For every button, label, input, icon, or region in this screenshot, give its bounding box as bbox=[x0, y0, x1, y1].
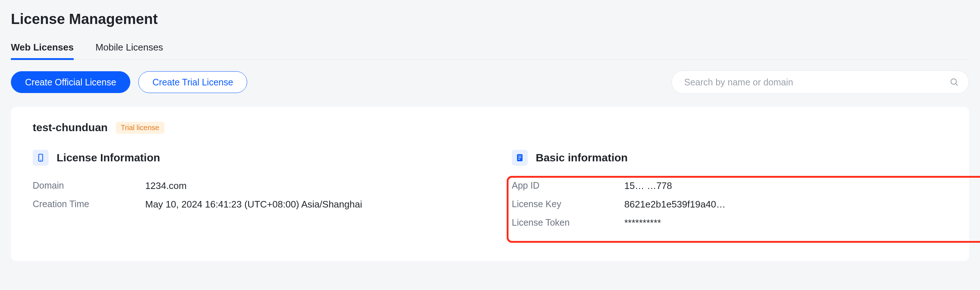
appid-label: App ID bbox=[512, 180, 624, 192]
card-header: test-chunduan Trial license bbox=[33, 122, 947, 134]
search-input[interactable] bbox=[671, 70, 969, 94]
svg-rect-6 bbox=[518, 157, 522, 158]
document-icon bbox=[512, 150, 528, 166]
license-key-value: 8621e2b1e539f19a40… bbox=[624, 199, 725, 210]
creation-time-label: Creation Time bbox=[33, 199, 145, 210]
license-name: test-chunduan bbox=[33, 122, 108, 134]
creation-time-value: May 10, 2024 16:41:23 (UTC+08:00) Asia/S… bbox=[145, 199, 362, 210]
appid-value: 15… …778 bbox=[624, 180, 672, 192]
svg-line-1 bbox=[956, 83, 958, 85]
search-wrap bbox=[671, 70, 969, 94]
license-info-heading: License Information bbox=[57, 152, 160, 164]
appid-row: App ID 15… …778 bbox=[512, 176, 947, 195]
search-icon bbox=[949, 77, 960, 88]
license-key-row: License Key 8621e2b1e539f19a40… bbox=[512, 195, 947, 214]
card-columns: License Information Domain 1234.com Crea… bbox=[33, 150, 947, 232]
toolbar: Create Official License Create Trial Lic… bbox=[11, 70, 969, 94]
device-icon bbox=[33, 150, 49, 166]
basic-info-head: Basic information bbox=[512, 150, 947, 166]
license-token-value: ********** bbox=[624, 217, 661, 229]
page-title: License Management bbox=[11, 11, 969, 27]
domain-value: 1234.com bbox=[145, 180, 186, 192]
create-trial-license-button[interactable]: Create Trial License bbox=[138, 71, 247, 93]
page-root: License Management Web Licenses Mobile L… bbox=[0, 0, 980, 261]
license-info-column: License Information Domain 1234.com Crea… bbox=[33, 150, 512, 214]
creation-time-row: Creation Time May 10, 2024 16:41:23 (UTC… bbox=[33, 195, 468, 214]
tabs: Web Licenses Mobile Licenses bbox=[11, 42, 969, 59]
toolbar-left: Create Official License Create Trial Lic… bbox=[11, 71, 247, 93]
license-key-label: License Key bbox=[512, 199, 624, 210]
svg-rect-5 bbox=[518, 156, 522, 157]
domain-label: Domain bbox=[33, 180, 145, 192]
license-info-head: License Information bbox=[33, 150, 468, 166]
basic-info-column: Basic information App ID 15… …778 Licens… bbox=[512, 150, 947, 232]
tab-mobile-licenses[interactable]: Mobile Licenses bbox=[95, 42, 163, 60]
svg-rect-7 bbox=[518, 159, 520, 160]
create-official-license-button[interactable]: Create Official License bbox=[11, 71, 130, 93]
license-token-row: License Token ********** bbox=[512, 214, 947, 232]
license-card: test-chunduan Trial license License Info… bbox=[11, 107, 969, 261]
domain-row: Domain 1234.com bbox=[33, 176, 468, 195]
trial-badge: Trial license bbox=[116, 122, 164, 134]
basic-info-heading: Basic information bbox=[536, 152, 628, 164]
license-token-label: License Token bbox=[512, 217, 624, 229]
svg-point-0 bbox=[951, 79, 956, 84]
tab-web-licenses[interactable]: Web Licenses bbox=[11, 42, 74, 60]
